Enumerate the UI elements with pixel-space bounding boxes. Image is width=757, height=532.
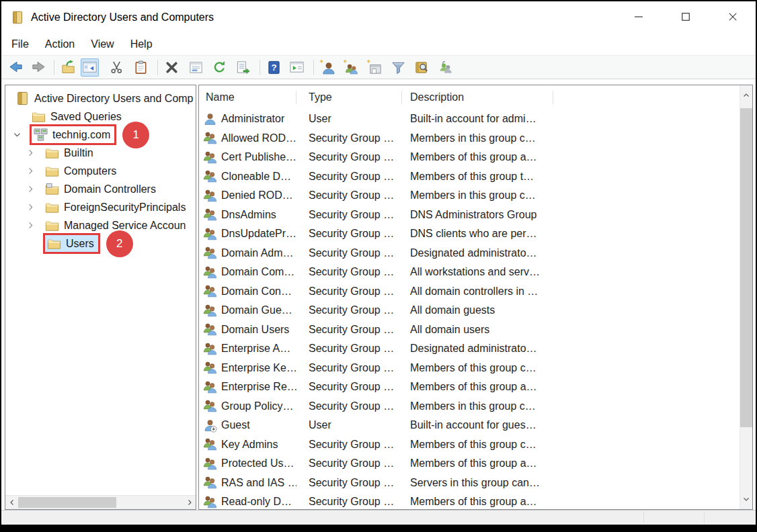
advanced-people-button[interactable] <box>436 58 454 77</box>
chevron-right-icon[interactable] <box>26 198 43 216</box>
list-row-domain-gue[interactable]: Domain Gue…Security Group …All domain gu… <box>199 301 740 320</box>
list-row-enterprise-re[interactable]: Enterprise Re…Security Group …Members of… <box>199 378 740 397</box>
group-icon <box>203 150 217 165</box>
cell-description: Designated administrato… <box>402 343 604 355</box>
object-name: Protected Us… <box>221 457 294 470</box>
cell-name: Enterprise Re… <box>199 380 296 394</box>
tree-item-managed-service-accoun[interactable]: Managed Service Accoun <box>5 216 196 234</box>
cell-name: Domain Com… <box>199 265 296 279</box>
console-book-icon <box>15 91 30 106</box>
tree-item-saved-queries[interactable]: Saved Queries <box>5 107 196 126</box>
chevron-down-icon <box>742 495 750 503</box>
maximize-button[interactable] <box>670 1 701 32</box>
tree-item-computers[interactable]: Computers <box>5 162 196 180</box>
scrollbar-thumb[interactable] <box>740 108 752 427</box>
status-separator <box>704 512 705 523</box>
chevron-left-icon <box>8 498 16 506</box>
list-row-group-policy[interactable]: Group Policy…Security Group …Members in … <box>199 397 740 416</box>
scroll-left-button[interactable] <box>5 496 18 509</box>
tree-item-foreignsecurityprincipals[interactable]: ForeignSecurityPrincipals <box>5 198 196 216</box>
chevron-right-icon[interactable] <box>26 144 43 162</box>
column-header-type[interactable]: Type <box>296 85 402 109</box>
properties-button[interactable] <box>187 58 205 77</box>
description-bar-icon <box>289 60 305 75</box>
list-row-denied-rod[interactable]: Denied ROD…Security Group …Members in th… <box>199 186 740 206</box>
new-user-button[interactable] <box>319 58 337 77</box>
menu-view[interactable]: View <box>83 34 122 55</box>
list-row-cloneable-d[interactable]: Cloneable D…Security Group …Members of t… <box>199 167 740 187</box>
column-header-name[interactable]: Name <box>199 85 296 109</box>
cell-description: All workstations and serv… <box>402 266 604 278</box>
list-row-domain-con[interactable]: Domain Con…Security Group …All domain co… <box>199 282 740 302</box>
tree-item-technig-com[interactable]: technig.com1 <box>5 126 196 144</box>
forward-button[interactable] <box>30 58 48 77</box>
up-one-level-icon <box>61 60 76 75</box>
column-header-description[interactable]: Description <box>402 85 553 109</box>
cell-name: DnsUpdatePr… <box>199 227 296 241</box>
list-row-domain-users[interactable]: Domain UsersSecurity Group …All domain u… <box>199 320 740 340</box>
list-row-key-admins[interactable]: Key AdminsSecurity Group …Members of thi… <box>199 435 740 455</box>
cell-name: Administrator <box>199 112 296 126</box>
list-row-allowed-rod[interactable]: Allowed ROD…Security Group …Members in t… <box>199 129 740 148</box>
export-list-button[interactable] <box>234 58 252 77</box>
delete-button[interactable] <box>163 58 181 77</box>
chevron-right-icon[interactable] <box>26 180 43 198</box>
console-tree: Active Directory Users and CompSaved Que… <box>5 89 196 253</box>
list-row-administrator[interactable]: AdministratorUserBuilt-in account for ad… <box>199 109 740 129</box>
tree-entry: Builtin <box>43 144 97 161</box>
menu-help[interactable]: Help <box>122 34 161 55</box>
user-disabled-icon <box>203 418 217 433</box>
object-name: Administrator <box>221 113 284 125</box>
close-button[interactable] <box>717 1 748 32</box>
help-button[interactable] <box>265 58 283 77</box>
cell-description: All domain guests <box>402 304 604 316</box>
app-window: Active Directory Users and Computers Fil… <box>1 1 756 525</box>
cell-description: Members of this group a… <box>402 496 604 508</box>
find-objects-button[interactable] <box>413 58 431 77</box>
menu-action[interactable]: Action <box>37 34 83 55</box>
list-row-dnsupdatepr[interactable]: DnsUpdatePr…Security Group …DNS clients … <box>199 224 740 244</box>
paste-button[interactable] <box>132 58 150 77</box>
list-row-read-only-d[interactable]: Read-only D…Security Group …Members of t… <box>199 492 740 509</box>
list-row-ras-and-ias[interactable]: RAS and IAS …Security Group …Servers in … <box>199 474 740 493</box>
object-name: DnsUpdatePr… <box>221 228 296 240</box>
cell-type: Security Group … <box>296 439 402 451</box>
tree-item-users[interactable]: Users2 <box>5 234 196 253</box>
list-row-enterprise-a[interactable]: Enterprise A…Security Group …Designated … <box>199 339 740 359</box>
tree-entry: Domain Controllers <box>43 181 160 197</box>
show-hide-console-tree-button[interactable] <box>81 58 99 77</box>
list-row-enterprise-ke[interactable]: Enterprise Ke…Security Group …Members of… <box>199 359 740 378</box>
scroll-up-button[interactable] <box>740 87 752 104</box>
cell-type: User <box>296 113 402 125</box>
scrollbar-thumb[interactable] <box>18 497 116 508</box>
chevron-right-icon[interactable] <box>26 162 43 180</box>
tree-item-builtin[interactable]: Builtin <box>5 144 196 162</box>
up-one-level-button[interactable] <box>59 58 77 77</box>
list-vertical-scrollbar[interactable] <box>740 85 752 509</box>
back-button[interactable] <box>7 58 25 77</box>
tree-item-active-directory-users-and-comp[interactable]: Active Directory Users and Comp <box>5 89 196 107</box>
list-row-protected-us[interactable]: Protected Us…Security Group …Members of … <box>199 454 740 474</box>
scroll-right-button[interactable] <box>183 496 196 509</box>
folder-icon <box>44 145 60 161</box>
cut-button[interactable] <box>108 58 126 77</box>
list-row-domain-adm[interactable]: Domain Adm…Security Group …Designated ad… <box>199 244 740 263</box>
tree-item-domain-controllers[interactable]: Domain Controllers <box>5 180 196 198</box>
list-row-domain-com[interactable]: Domain Com…Security Group …All workstati… <box>199 263 740 282</box>
scroll-down-button[interactable] <box>740 490 752 508</box>
refresh-button[interactable] <box>210 58 229 77</box>
minimize-button[interactable] <box>623 1 654 32</box>
new-organizational-unit-button[interactable] <box>366 58 384 77</box>
menu-file[interactable]: File <box>3 34 37 55</box>
list-row-dnsadmins[interactable]: DnsAdminsSecurity Group …DNS Administrat… <box>199 206 740 225</box>
list-row-guest[interactable]: GuestUserBuilt-in account for gues… <box>199 416 740 435</box>
chevron-down-icon[interactable] <box>12 126 30 144</box>
tree-horizontal-scrollbar[interactable] <box>5 495 196 509</box>
list-row-cert-publishe[interactable]: Cert Publishe…Security Group …Members of… <box>199 148 740 167</box>
show-hide-description-bar-button[interactable] <box>288 58 306 77</box>
filter-options-button[interactable] <box>389 58 407 77</box>
new-group-button[interactable] <box>342 58 360 77</box>
cell-description: Members of this group a… <box>402 457 604 470</box>
cell-type: Security Group … <box>296 362 402 374</box>
chevron-right-icon[interactable] <box>26 216 43 234</box>
